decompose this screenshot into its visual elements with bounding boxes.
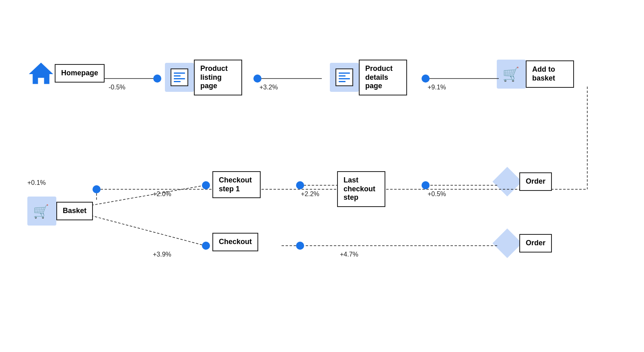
dot-basket-checkout xyxy=(202,242,210,250)
product-details-label: Product details page xyxy=(359,60,407,95)
checkout-step1-node: Checkout step 1 xyxy=(212,171,261,198)
home-icon xyxy=(27,60,55,87)
pct-plp-pdp: +3.2% xyxy=(259,84,278,91)
dot-hp-plp xyxy=(153,75,161,83)
homepage-label: Homepage xyxy=(55,64,105,83)
basket-label: Basket xyxy=(56,202,93,220)
order2-label: Order xyxy=(519,234,552,253)
checkout-label: Checkout xyxy=(212,233,258,251)
pct-basket-checkout: +3.9% xyxy=(153,251,171,258)
diagram: Homepage -0.5% Product listing page +3.2… xyxy=(0,0,644,352)
pct-hp-plp: -0.5% xyxy=(109,84,126,91)
add-to-basket-label: Add to basket xyxy=(526,60,574,87)
checkout-step1-label: Checkout step 1 xyxy=(212,171,261,198)
dot-plp-pdp xyxy=(253,75,261,83)
pct-lcs-order1: +0.5% xyxy=(428,190,446,198)
pct-atb-basket: +0.1% xyxy=(27,179,46,186)
dot-basket-cs1 xyxy=(202,181,210,189)
pct-checkout-order2: +4.7% xyxy=(340,251,358,258)
pct-cs1-lcs: +2.2% xyxy=(301,190,319,198)
svg-marker-11 xyxy=(29,63,53,84)
last-checkout-node: Last checkout step xyxy=(337,171,385,207)
dot-pdp-atb xyxy=(422,75,430,83)
product-listing-label: Product listing page xyxy=(194,60,242,95)
dot-lcs-order1 xyxy=(422,181,430,189)
last-checkout-label: Last checkout step xyxy=(337,171,385,207)
dot-basket-entry xyxy=(93,185,101,193)
checkout-node: Checkout xyxy=(212,233,258,251)
dot-cs1-lcs xyxy=(296,181,304,189)
pct-basket-cs1: +2.0% xyxy=(153,190,171,198)
order1-label: Order xyxy=(519,172,552,191)
dot-checkout-order2 xyxy=(296,242,304,250)
pct-pdp-atb: +9.1% xyxy=(428,84,446,91)
